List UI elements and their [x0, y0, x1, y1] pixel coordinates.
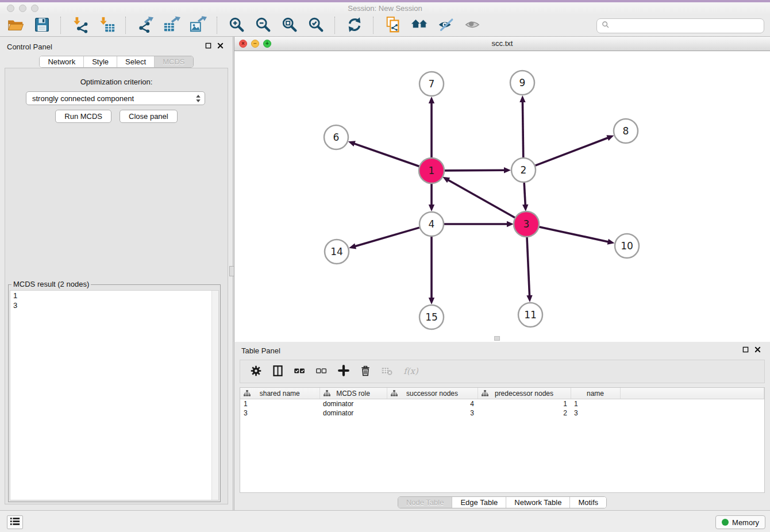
- graph-edge-4-15[interactable]: [429, 237, 434, 304]
- function-builder-button[interactable]: f(x): [403, 365, 418, 379]
- graph-node-15[interactable]: 15: [419, 305, 444, 329]
- graph-edge-3-1[interactable]: [442, 177, 515, 218]
- zoom-out-button[interactable]: [252, 16, 274, 35]
- graph-node-label: 1: [429, 165, 435, 176]
- graph-edge-1-7[interactable]: [429, 97, 434, 158]
- open-folder-icon: [7, 16, 24, 35]
- mcds-result-title: MCDS result (2 nodes): [11, 280, 91, 288]
- graph-edge-2-9[interactable]: [519, 95, 525, 157]
- network-close-button[interactable]: ×: [239, 40, 247, 48]
- zoom-in-button[interactable]: [226, 16, 247, 35]
- result-scrollbar[interactable]: [211, 291, 218, 500]
- search-box[interactable]: [596, 18, 764, 33]
- table-cell[interactable]: 3: [387, 408, 478, 418]
- graph-node-4[interactable]: 4: [419, 212, 444, 236]
- graph-edge-1-2[interactable]: [444, 167, 511, 173]
- table-row[interactable]: 1dominator411: [240, 399, 764, 409]
- show-panels-button[interactable]: [7, 515, 23, 529]
- first-neighbors-button[interactable]: [409, 16, 430, 35]
- criterion-dropdown[interactable]: strongly connected component: [26, 91, 205, 105]
- columns-button[interactable]: [272, 365, 284, 379]
- search-input[interactable]: [613, 20, 764, 32]
- graph-node-10[interactable]: 10: [615, 234, 639, 258]
- table-cell[interactable]: 1: [478, 399, 571, 409]
- graph-node-7[interactable]: 7: [419, 72, 444, 96]
- window-zoom-button[interactable]: [31, 5, 38, 12]
- zoom-selected-button[interactable]: [305, 16, 326, 35]
- graph-edge-2-8[interactable]: [536, 135, 614, 165]
- delete-table-button[interactable]: [381, 365, 393, 379]
- tab-mcds[interactable]: MCDS: [154, 56, 192, 67]
- column-header-predecessor-nodes[interactable]: predecessor nodes: [478, 388, 571, 399]
- table-cell[interactable]: dominator: [319, 399, 387, 409]
- table-panel-float-button[interactable]: [742, 346, 749, 353]
- tab-style[interactable]: Style: [83, 56, 117, 67]
- export-network-button[interactable]: [134, 16, 156, 35]
- application-window: Session: New Session Control Panel Netwo…: [0, 0, 770, 532]
- graph-edge-1-6[interactable]: [348, 141, 419, 166]
- window-minimize-button[interactable]: [19, 5, 26, 12]
- control-panel-close-button[interactable]: [217, 43, 224, 49]
- window-close-button[interactable]: [7, 5, 14, 12]
- graph-edge-3-10[interactable]: [538, 227, 614, 245]
- mcds-result-list[interactable]: 13: [10, 290, 219, 500]
- canvas-scroll-grip[interactable]: [494, 336, 500, 341]
- run-mcds-button[interactable]: Run MCDS: [55, 110, 111, 123]
- close-panel-button[interactable]: Close panel: [120, 110, 178, 123]
- export-image-button[interactable]: [187, 16, 209, 35]
- graph-edge-3-11[interactable]: [526, 237, 532, 302]
- memory-button[interactable]: Memory: [715, 515, 765, 529]
- table-cell[interactable]: dominator: [319, 408, 387, 418]
- graph-node-9[interactable]: 9: [510, 71, 534, 95]
- graph-node-3[interactable]: 3: [514, 211, 539, 237]
- zoom-fit-button[interactable]: [279, 16, 300, 35]
- table-cell[interactable]: 3: [571, 408, 620, 418]
- graph-node-2[interactable]: 2: [511, 158, 536, 182]
- column-header-mcds-role[interactable]: MCDS role: [319, 388, 387, 399]
- tab-motifs[interactable]: Motifs: [569, 497, 606, 508]
- graph-edge-4-3[interactable]: [444, 221, 514, 227]
- import-table-button[interactable]: [96, 16, 117, 35]
- control-panel-float-button[interactable]: [205, 43, 211, 49]
- save-button[interactable]: [31, 16, 52, 35]
- table-cell[interactable]: 3: [240, 408, 319, 418]
- tab-network-table[interactable]: Network Table: [506, 497, 569, 508]
- graph-edge-4-14[interactable]: [349, 228, 419, 249]
- graph-edge-2-3[interactable]: [522, 183, 528, 211]
- graph-node-11[interactable]: 11: [518, 303, 542, 327]
- network-from-selection-button[interactable]: [382, 16, 403, 35]
- table-cell[interactable]: 2: [478, 408, 571, 418]
- refresh-button[interactable]: [344, 16, 365, 35]
- import-network-button[interactable]: [70, 16, 91, 35]
- table-cell[interactable]: 1: [240, 399, 319, 409]
- export-table-button[interactable]: [161, 16, 182, 35]
- hide-selected-button[interactable]: [435, 16, 456, 35]
- column-header-shared-name[interactable]: shared name: [240, 388, 319, 399]
- delete-button[interactable]: [360, 365, 371, 379]
- graph-svg: 1234678910111415: [234, 51, 770, 342]
- network-canvas[interactable]: 1234678910111415: [234, 51, 770, 342]
- tab-edge-table[interactable]: Edge Table: [452, 497, 506, 508]
- settings-button[interactable]: [250, 365, 262, 379]
- select-all-button[interactable]: [294, 365, 306, 379]
- column-header-successor-nodes[interactable]: successor nodes: [387, 388, 478, 399]
- tab-network[interactable]: Network: [40, 56, 83, 67]
- graph-node-6[interactable]: 6: [324, 125, 348, 149]
- network-minimize-button[interactable]: −: [251, 40, 259, 48]
- table-row[interactable]: 3dominator323: [240, 408, 764, 418]
- table-panel-close-button[interactable]: [754, 346, 761, 353]
- deselect-all-button[interactable]: [315, 365, 328, 379]
- graph-edge-1-4[interactable]: [429, 183, 434, 211]
- column-header-name[interactable]: name: [571, 388, 620, 399]
- tab-select[interactable]: Select: [117, 56, 154, 67]
- add-button[interactable]: [337, 364, 350, 379]
- table-cell[interactable]: 4: [387, 399, 478, 409]
- graph-node-14[interactable]: 14: [325, 240, 349, 264]
- tab-node-table[interactable]: Node Table: [398, 497, 452, 508]
- graph-node-1[interactable]: 1: [419, 158, 444, 183]
- table-cell[interactable]: 1: [571, 399, 620, 409]
- show-all-button[interactable]: [461, 16, 483, 35]
- network-zoom-button[interactable]: +: [263, 40, 271, 48]
- open-folder-button[interactable]: [5, 16, 26, 35]
- graph-node-8[interactable]: 8: [614, 119, 638, 143]
